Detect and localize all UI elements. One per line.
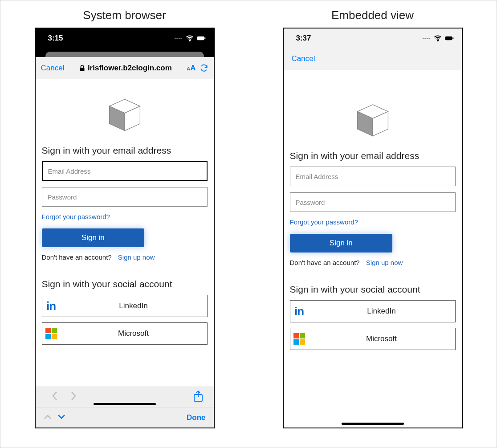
svg-rect-10 xyxy=(452,37,453,39)
signin-button[interactable]: Sign in xyxy=(42,228,145,247)
browser-tab-peek xyxy=(36,48,214,57)
forward-button[interactable] xyxy=(65,391,82,403)
password-field[interactable] xyxy=(42,187,208,207)
forgot-password-link[interactable]: Forgot your password? xyxy=(290,218,358,226)
microsoft-icon xyxy=(45,328,57,339)
page-content: Sign in with your email address Forgot y… xyxy=(284,69,462,428)
social-heading: Sign in with your social account xyxy=(290,284,456,295)
status-time: 3:15 xyxy=(48,34,63,43)
no-account-text: Don't have an account? Sign up now xyxy=(42,253,208,261)
signin-heading: Sign in with your email address xyxy=(42,145,208,156)
linkedin-label: LinkedIn xyxy=(60,301,207,310)
microsoft-label: Microsoft xyxy=(60,329,207,338)
prev-field-button[interactable] xyxy=(44,413,54,422)
url-host: irisflower.b2clogin.com xyxy=(88,64,172,73)
signin-heading: Sign in with your email address xyxy=(290,151,456,161)
microsoft-label: Microsoft xyxy=(308,334,455,343)
cancel-button[interactable]: Cancel xyxy=(292,54,315,63)
cellular-icon: •••• xyxy=(422,36,430,41)
email-field[interactable] xyxy=(42,161,208,181)
linkedin-label: LinkedIn xyxy=(308,307,455,316)
browser-url-bar: Cancel irisflower.b2clogin.com AA xyxy=(36,57,214,79)
back-button[interactable] xyxy=(46,391,63,403)
social-heading: Sign in with your social account xyxy=(42,279,208,289)
reload-icon[interactable] xyxy=(200,64,208,73)
linkedin-button[interactable]: in LinkedIn xyxy=(42,295,208,317)
svg-rect-9 xyxy=(445,37,452,41)
page-content: Sign in with your email address Forgot y… xyxy=(36,79,214,387)
password-field[interactable] xyxy=(290,192,456,212)
microsoft-button[interactable]: Microsoft xyxy=(290,328,456,350)
svg-point-0 xyxy=(189,40,190,41)
reader-mode-button[interactable]: AA xyxy=(187,64,196,73)
status-bar: 3:37 •••• xyxy=(284,29,462,48)
svg-rect-3 xyxy=(80,68,84,71)
url-display[interactable]: irisflower.b2clogin.com xyxy=(68,64,183,73)
svg-rect-2 xyxy=(204,37,205,39)
phone-system-browser: 3:15 •••• Cancel irisflower.b2clogin.com… xyxy=(35,28,215,428)
panel-title-right: Embedded view xyxy=(331,8,414,22)
share-button[interactable] xyxy=(193,391,203,404)
panel-title-left: System browser xyxy=(83,8,166,22)
next-field-button[interactable] xyxy=(57,413,65,422)
cancel-button[interactable]: Cancel xyxy=(41,64,65,73)
signup-link[interactable]: Sign up now xyxy=(118,253,155,261)
microsoft-icon xyxy=(293,333,305,345)
svg-rect-1 xyxy=(197,37,204,41)
app-logo-icon xyxy=(354,102,392,140)
no-account-text: Don't have an account? Sign up now xyxy=(290,259,456,266)
app-logo-icon xyxy=(106,96,144,134)
linkedin-icon: in xyxy=(46,299,56,313)
nav-bar: Cancel xyxy=(284,48,462,69)
home-indicator[interactable] xyxy=(94,403,156,405)
wifi-icon xyxy=(433,34,442,43)
wifi-icon xyxy=(185,34,194,43)
signin-button[interactable]: Sign in xyxy=(290,234,393,253)
lock-icon xyxy=(79,65,85,72)
cellular-icon: •••• xyxy=(174,36,182,41)
home-indicator[interactable] xyxy=(342,423,404,425)
microsoft-button[interactable]: Microsoft xyxy=(42,322,208,345)
svg-point-8 xyxy=(437,40,438,41)
linkedin-button[interactable]: in LinkedIn xyxy=(290,300,456,322)
keyboard-accessory-toolbar: Done xyxy=(36,407,214,428)
battery-icon xyxy=(197,34,206,43)
phone-embedded-view: 3:37 •••• Cancel Sign in xyxy=(283,28,463,428)
status-time: 3:37 xyxy=(296,34,311,43)
forgot-password-link[interactable]: Forgot your password? xyxy=(42,213,110,220)
status-bar: 3:15 •••• xyxy=(36,29,214,48)
email-field[interactable] xyxy=(290,167,456,186)
linkedin-icon: in xyxy=(294,305,304,318)
signup-link[interactable]: Sign up now xyxy=(366,259,403,266)
done-button[interactable]: Done xyxy=(187,413,206,422)
battery-icon xyxy=(445,34,454,43)
